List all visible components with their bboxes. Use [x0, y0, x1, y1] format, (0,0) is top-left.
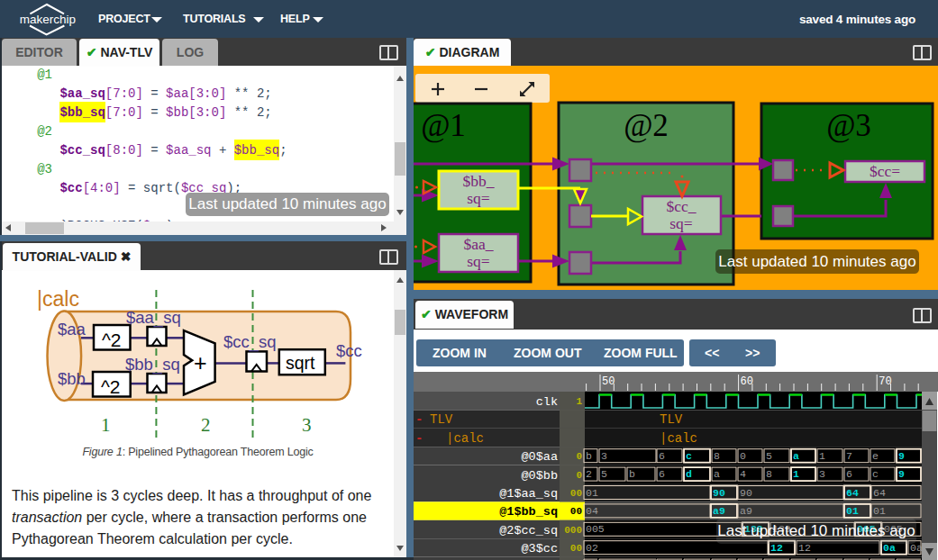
- svg-text:02: 02: [586, 542, 598, 554]
- svg-text:00: 00: [570, 506, 582, 517]
- svg-text:$cc_: $cc_: [666, 197, 696, 215]
- svg-text:a9: a9: [713, 505, 725, 517]
- svg-text:4: 4: [740, 468, 746, 480]
- svg-text:+: +: [194, 350, 207, 375]
- svg-text:8: 8: [766, 468, 772, 480]
- svg-text:2: 2: [586, 468, 592, 480]
- svg-text:0: 0: [740, 450, 746, 462]
- svg-text:00: 00: [570, 543, 582, 554]
- svg-text:d: d: [686, 468, 692, 480]
- svg-text:@1$bb_sq: @1$bb_sq: [499, 505, 558, 519]
- svg-text:a: a: [714, 468, 720, 480]
- svg-text:00: 00: [570, 488, 582, 499]
- svg-text:sq=: sq=: [467, 252, 490, 270]
- svg-text:$aa_: $aa_: [463, 235, 493, 253]
- svg-text:@1$aa_sq: @1$aa_sq: [499, 487, 558, 501]
- svg-text:6: 6: [659, 450, 665, 462]
- svg-text:@3$cc: @3$cc: [521, 542, 558, 555]
- svg-text:70: 70: [879, 375, 891, 388]
- svg-text:$bb_sq: $bb_sq: [125, 355, 180, 375]
- svg-text:@1: @1: [421, 108, 466, 143]
- svg-text:|calc: |calc: [446, 431, 484, 446]
- svg-text:04: 04: [586, 505, 598, 517]
- svg-text:c: c: [686, 450, 692, 462]
- svg-text:3: 3: [601, 450, 607, 462]
- svg-text:c: c: [872, 468, 879, 480]
- svg-text:clk: clk: [536, 395, 558, 409]
- svg-text:60: 60: [741, 375, 753, 388]
- svg-text:2: 2: [201, 414, 211, 436]
- svg-text:9: 9: [898, 468, 905, 480]
- svg-text:@2: @2: [624, 108, 669, 143]
- svg-text:makerchip: makerchip: [20, 13, 76, 26]
- svg-text:@0$bb: @0$bb: [521, 469, 558, 483]
- svg-text:|calc: |calc: [37, 287, 79, 311]
- svg-text:1: 1: [101, 414, 111, 436]
- svg-text:$cc=: $cc=: [870, 162, 900, 180]
- svg-text:$aa: $aa: [58, 320, 87, 339]
- svg-text:sq=: sq=: [669, 214, 693, 232]
- svg-text:^2: ^2: [102, 330, 122, 350]
- svg-text:50: 50: [602, 375, 615, 388]
- svg-text:$cc_sq: $cc_sq: [223, 332, 277, 352]
- svg-text:@2$cc_sq: @2$cc_sq: [499, 524, 558, 537]
- svg-text:sqrt: sqrt: [286, 353, 315, 373]
- svg-text:$bb: $bb: [58, 369, 86, 388]
- svg-text:TLV: TLV: [430, 412, 453, 427]
- svg-text:$aa_sq: $aa_sq: [126, 308, 181, 328]
- svg-text:TLV: TLV: [660, 412, 683, 427]
- svg-text:000: 000: [564, 525, 582, 536]
- svg-text:$cc: $cc: [336, 341, 362, 360]
- svg-text:0: 0: [576, 470, 582, 481]
- svg-text:e: e: [872, 450, 879, 462]
- svg-text:9: 9: [898, 450, 905, 462]
- svg-text:6: 6: [659, 468, 665, 480]
- svg-text:1: 1: [576, 396, 582, 407]
- svg-text:sq=: sq=: [467, 189, 490, 207]
- svg-text:-: -: [415, 431, 423, 446]
- svg-text:005: 005: [586, 523, 605, 535]
- svg-text:a9: a9: [740, 505, 752, 517]
- svg-text:5: 5: [601, 468, 607, 480]
- svg-text:^2: ^2: [101, 376, 121, 397]
- svg-text:b: b: [586, 450, 592, 462]
- svg-text:01: 01: [846, 505, 859, 517]
- svg-text:64: 64: [873, 487, 886, 499]
- svg-text:a: a: [793, 450, 799, 462]
- svg-text:01: 01: [873, 505, 886, 517]
- svg-text:1: 1: [793, 468, 799, 480]
- svg-text:1: 1: [819, 450, 825, 462]
- svg-text:90: 90: [713, 487, 725, 499]
- svg-text:6: 6: [846, 468, 852, 480]
- svg-text:01: 01: [586, 487, 598, 499]
- svg-text:8: 8: [714, 450, 720, 462]
- svg-text:3: 3: [819, 468, 825, 480]
- svg-text:$bb_: $bb_: [463, 172, 495, 190]
- svg-text:b: b: [629, 468, 635, 480]
- svg-text:64: 64: [846, 487, 859, 499]
- svg-text:7: 7: [846, 450, 852, 462]
- svg-text:@3: @3: [826, 108, 871, 143]
- svg-text:5: 5: [766, 450, 772, 462]
- svg-text:90: 90: [740, 487, 752, 499]
- svg-text:-: -: [415, 412, 423, 427]
- svg-text:3: 3: [302, 414, 312, 436]
- svg-text:@0$aa: @0$aa: [521, 450, 558, 464]
- svg-text:|calc: |calc: [660, 431, 697, 446]
- svg-text:0: 0: [576, 451, 582, 462]
